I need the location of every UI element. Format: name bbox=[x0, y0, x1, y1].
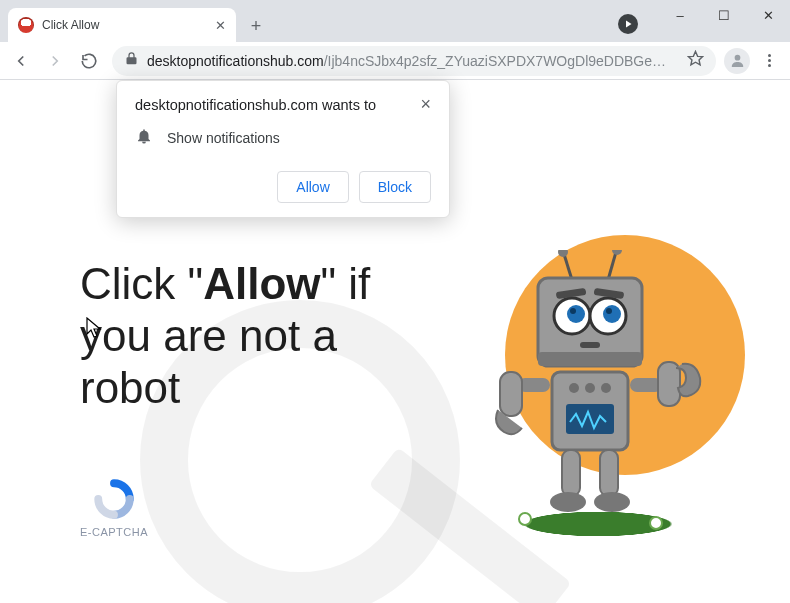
titlebar: Click Allow ✕ + – ☐ ✕ bbox=[0, 0, 790, 42]
svg-line-5 bbox=[608, 252, 616, 280]
lock-icon bbox=[124, 51, 139, 70]
svg-point-2 bbox=[734, 55, 740, 61]
svg-marker-1 bbox=[688, 51, 702, 64]
tab-title: Click Allow bbox=[42, 18, 207, 32]
robot-illustration bbox=[440, 210, 750, 550]
bookmark-star-icon[interactable] bbox=[687, 50, 704, 71]
svg-rect-28 bbox=[600, 450, 618, 496]
browser-tab[interactable]: Click Allow ✕ bbox=[8, 8, 236, 42]
browser-menu-button[interactable] bbox=[754, 46, 784, 76]
reload-button[interactable] bbox=[74, 46, 104, 76]
svg-point-29 bbox=[550, 492, 586, 512]
toolbar: desktopnotificationshub.com/Ijb4ncSJbx4p… bbox=[0, 42, 790, 80]
new-tab-button[interactable]: + bbox=[242, 12, 270, 40]
svg-point-14 bbox=[606, 308, 612, 314]
captcha-ring-icon bbox=[93, 478, 135, 520]
block-button[interactable]: Block bbox=[359, 171, 431, 203]
svg-point-4 bbox=[558, 250, 568, 257]
svg-point-13 bbox=[570, 308, 576, 314]
svg-point-30 bbox=[594, 492, 630, 512]
permission-close-icon[interactable]: × bbox=[420, 97, 431, 111]
svg-marker-0 bbox=[626, 21, 632, 28]
address-bar[interactable]: desktopnotificationshub.com/Ijb4ncSJbx4p… bbox=[112, 46, 716, 76]
svg-point-21 bbox=[585, 383, 595, 393]
hero-bold: Allow bbox=[203, 259, 320, 308]
media-indicator[interactable] bbox=[618, 14, 638, 34]
url-path: /Ijb4ncSJbx4p2sfz_ZYuaziSXPDX7WOgDl9eDDB… bbox=[324, 53, 666, 69]
svg-rect-24 bbox=[500, 372, 522, 416]
hero-headline: Click "Allow" if you are not a robot bbox=[80, 258, 430, 414]
permission-item-label: Show notifications bbox=[167, 130, 280, 146]
mouse-cursor-icon bbox=[86, 317, 102, 339]
svg-point-20 bbox=[569, 383, 579, 393]
svg-line-3 bbox=[564, 254, 572, 280]
url-text: desktopnotificationshub.com/Ijb4ncSJbx4p… bbox=[147, 53, 679, 69]
window-minimize-button[interactable]: – bbox=[658, 0, 702, 30]
svg-point-22 bbox=[601, 383, 611, 393]
url-host: desktopnotificationshub.com bbox=[147, 53, 324, 69]
tab-favicon bbox=[18, 17, 34, 33]
permission-title: desktopnotificationshub.com wants to bbox=[135, 97, 412, 113]
allow-button[interactable]: Allow bbox=[277, 171, 348, 203]
svg-rect-27 bbox=[562, 450, 580, 496]
svg-rect-17 bbox=[580, 342, 600, 348]
window-maximize-button[interactable]: ☐ bbox=[702, 0, 746, 30]
tab-close-icon[interactable]: ✕ bbox=[215, 18, 226, 33]
hero-prefix: Click " bbox=[80, 259, 203, 308]
window-controls: – ☐ ✕ bbox=[658, 0, 790, 30]
svg-point-11 bbox=[567, 305, 585, 323]
captcha-label: E-CAPTCHA bbox=[80, 526, 148, 538]
svg-rect-8 bbox=[538, 352, 642, 366]
window-close-button[interactable]: ✕ bbox=[746, 0, 790, 30]
svg-point-6 bbox=[612, 250, 622, 255]
bell-icon bbox=[135, 127, 153, 149]
forward-button[interactable] bbox=[40, 46, 70, 76]
captcha-badge: E-CAPTCHA bbox=[80, 478, 148, 538]
profile-avatar[interactable] bbox=[724, 48, 750, 74]
notification-permission-dialog: desktopnotificationshub.com wants to × S… bbox=[116, 80, 450, 218]
svg-point-12 bbox=[603, 305, 621, 323]
back-button[interactable] bbox=[6, 46, 36, 76]
